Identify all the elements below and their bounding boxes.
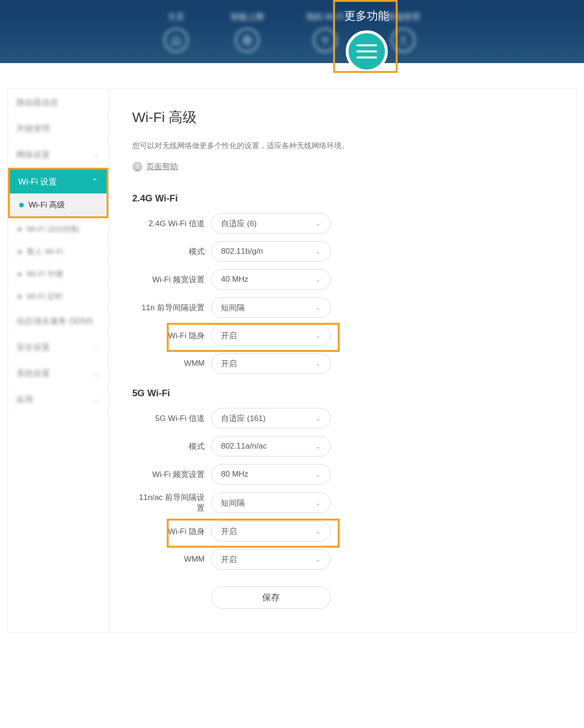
- sidebar-item-ddns[interactable]: 动态域名服务 DDNS: [8, 308, 108, 334]
- row-24g-channel: 2.4G Wi-Fi 信道 自适应 (6) ⌄: [132, 213, 548, 234]
- row-5g-hidden: Wi-Fi 隐身 开启 ⌄: [132, 521, 548, 542]
- sidebar-sub-wifi-advanced[interactable]: Wi-Fi 高级: [10, 194, 107, 216]
- select-24g-mode[interactable]: 802.11b/g/n ⌄: [211, 241, 331, 262]
- sidebar-item-router-info[interactable]: 路由器信息: [8, 89, 108, 115]
- chevron-down-icon: ⌄: [315, 220, 321, 227]
- page-help-link[interactable]: ? 页面帮助: [132, 161, 548, 172]
- nav-item-more: 更多功能: [334, 0, 399, 72]
- select-24g-hidden[interactable]: 开启 ⌄: [211, 325, 331, 346]
- chevron-down-icon: ⌄: [315, 304, 321, 311]
- sidebar-item-label: Wi-Fi 设置: [18, 176, 57, 187]
- select-value: 802.11a/n/ac: [221, 442, 267, 451]
- select-24g-guard[interactable]: 短间隔 ⌄: [211, 297, 331, 318]
- sidebar-item-label: 安全设置: [16, 342, 50, 353]
- sidebar-item-label: Wi-Fi 中继: [27, 269, 63, 279]
- svg-point-2: [402, 37, 405, 40]
- field-label: WMM: [132, 359, 205, 368]
- main-panel: Wi-Fi 高级 您可以对无线网络做更多个性化的设置，适应各种无线网络环境。 ?…: [109, 89, 576, 632]
- row-24g-wmm: WMM 开启 ⌄: [132, 353, 548, 374]
- field-label: WMM: [132, 555, 205, 564]
- sidebar-item-label: 网络设置: [16, 149, 50, 160]
- row-5g-mode: 模式 802.11a/n/ac ⌄: [132, 436, 548, 457]
- select-value: 开启: [221, 330, 237, 341]
- nav-label: 智能上网: [230, 11, 264, 22]
- sidebar-item-label: 应用: [16, 394, 33, 405]
- sidebar-sub-wifi-access[interactable]: Wi-Fi 访问控制: [8, 218, 108, 241]
- select-24g-bandwidth[interactable]: 40 MHz ⌄: [211, 269, 331, 290]
- section-heading-24g: 2.4G Wi-Fi: [132, 193, 548, 204]
- page-description: 您可以对无线网络做更多个性化的设置，适应各种无线网络环境。: [132, 141, 548, 151]
- select-value: 开启: [221, 526, 237, 537]
- chevron-down-icon: ⌄: [315, 443, 321, 450]
- nav-item-smart[interactable]: 智能上网: [230, 11, 264, 52]
- chevron-down-icon: ⌄: [315, 499, 321, 507]
- field-label: 11n/ac 前导间隔设置: [132, 492, 205, 514]
- field-label: Wi-Fi 隐身: [132, 526, 205, 537]
- chevron-down-icon: ⌄: [315, 248, 321, 255]
- field-label: Wi-Fi 频宽设置: [132, 274, 205, 285]
- select-5g-bandwidth[interactable]: 80 MHz ⌄: [211, 464, 331, 485]
- hamburger-icon: [356, 44, 377, 46]
- sidebar-sub-guest-wifi[interactable]: 客人 Wi-Fi: [8, 241, 108, 263]
- chevron-down-icon: ⌄: [93, 394, 100, 405]
- select-24g-channel[interactable]: 自适应 (6) ⌄: [211, 213, 331, 234]
- select-value: 自适应 (6): [221, 218, 257, 229]
- select-value: 40 MHz: [221, 275, 249, 284]
- nav-item-home[interactable]: 主页: [164, 11, 188, 52]
- select-5g-mode[interactable]: 802.11a/n/ac ⌄: [211, 436, 331, 457]
- row-24g-guard: 11n 前导间隔设置 短间隔 ⌄: [132, 297, 548, 318]
- chevron-down-icon: ⌄: [315, 414, 321, 422]
- nav-more-label: 更多功能: [344, 8, 389, 23]
- field-label: 2.4G Wi-Fi 信道: [132, 218, 205, 229]
- row-24g-bandwidth: Wi-Fi 频宽设置 40 MHz ⌄: [132, 269, 548, 290]
- row-5g-channel: 5G Wi-Fi 信道 自适应 (161) ⌄: [132, 408, 548, 428]
- chevron-down-icon: ⌄: [315, 360, 321, 367]
- sidebar-item-label: 客人 Wi-Fi: [27, 246, 63, 257]
- row-24g-hidden: Wi-Fi 隐身 开启 ⌄: [132, 325, 548, 346]
- select-value: 短间隔: [221, 498, 245, 508]
- sidebar-item-apps[interactable]: 应用 ⌄: [8, 386, 108, 413]
- select-value: 开启: [221, 358, 237, 369]
- sidebar-item-network[interactable]: 网络设置 ⌄: [8, 142, 108, 168]
- chevron-down-icon: ⌄: [315, 332, 321, 339]
- select-5g-hidden[interactable]: 开启 ⌄: [211, 521, 331, 542]
- sidebar-item-label: 路由器信息: [16, 97, 58, 108]
- field-label: 模式: [132, 441, 205, 452]
- chevron-down-icon: ⌄: [315, 276, 321, 283]
- select-24g-wmm[interactable]: 开启 ⌄: [211, 353, 331, 374]
- sidebar-item-label: Wi-Fi 定时: [27, 291, 63, 302]
- row-5g-guard: 11n/ac 前导间隔设置 短间隔 ⌄: [132, 492, 548, 514]
- select-5g-channel[interactable]: 自适应 (161) ⌄: [211, 408, 331, 428]
- row-5g-bandwidth: Wi-Fi 频宽设置 80 MHz ⌄: [132, 464, 548, 485]
- select-5g-wmm[interactable]: 开启 ⌄: [211, 549, 331, 570]
- top-nav: 主页 智能上网 我的 Wi-Fi 终端管理 更多功能: [0, 0, 584, 63]
- page-title: Wi-Fi 高级: [132, 108, 548, 127]
- select-5g-guard[interactable]: 短间隔 ⌄: [211, 492, 331, 513]
- chevron-up-icon: ⌃: [91, 177, 98, 187]
- nav-label: 主页: [168, 11, 185, 22]
- section-heading-5g: 5G Wi-Fi: [132, 388, 548, 399]
- field-label: 11n 前导间隔设置: [132, 302, 205, 313]
- field-label: 模式: [132, 246, 205, 257]
- more-button[interactable]: [346, 30, 388, 72]
- chevron-down-icon: ⌄: [93, 342, 100, 352]
- sidebar-sub-wifi-repeater[interactable]: Wi-Fi 中继: [8, 263, 108, 285]
- sidebar-sub-wifi-timer[interactable]: Wi-Fi 定时: [8, 285, 108, 308]
- sidebar-item-upgrade[interactable]: 升级管理: [8, 115, 108, 142]
- sidebar-item-system[interactable]: 系统设置 ⌄: [8, 360, 108, 386]
- home-icon: [164, 28, 188, 52]
- field-label: Wi-Fi 隐身: [132, 330, 205, 341]
- field-label: Wi-Fi 频宽设置: [132, 469, 205, 480]
- sidebar-item-label: Wi-Fi 高级: [28, 200, 65, 210]
- row-5g-wmm: WMM 开启 ⌄: [132, 549, 548, 570]
- sidebar-item-security[interactable]: 安全设置 ⌄: [8, 334, 108, 360]
- field-label: 5G Wi-Fi 信道: [132, 413, 205, 424]
- chevron-down-icon: ⌄: [93, 368, 100, 378]
- help-icon: ?: [132, 162, 142, 172]
- select-value: 80 MHz: [221, 470, 249, 479]
- select-value: 短间隔: [221, 302, 245, 313]
- save-button[interactable]: 保存: [211, 586, 331, 609]
- highlight-sidebar-wifi: Wi-Fi 设置 ⌃ Wi-Fi 高级: [8, 168, 108, 218]
- sidebar-item-wifi-settings[interactable]: Wi-Fi 设置 ⌃: [10, 170, 107, 194]
- svg-point-1: [325, 43, 326, 44]
